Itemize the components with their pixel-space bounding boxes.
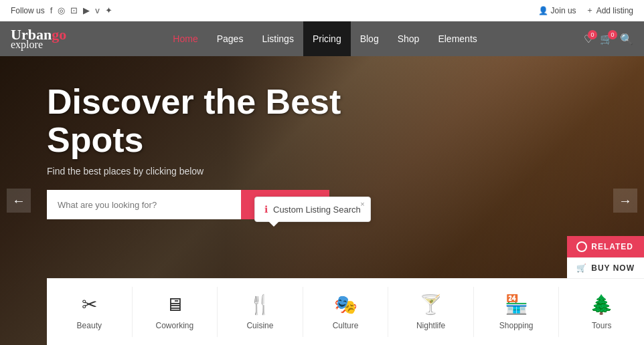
category-tours[interactable]: 🌲 Tours — [559, 287, 644, 337]
logo: Urbango explore — [11, 27, 66, 50]
nav-pricing[interactable]: Pricing — [303, 21, 351, 56]
follow-label: Follow us — [11, 6, 45, 15]
category-shopping[interactable]: 🏪 Shopping — [474, 287, 560, 337]
nav-links: Home Pages Listings Pricing Blog Shop El… — [163, 21, 486, 56]
nav-icons: ♡ 0 🛒 0 🔍 — [584, 33, 633, 45]
top-bar: Follow us f ◎ ⊡ ▶ v ✦ 👤 Join us ＋ Add li… — [0, 0, 644, 21]
cart-icon: 🛒 — [576, 263, 587, 273]
nav-listings[interactable]: Listings — [252, 21, 303, 56]
buy-now-button[interactable]: 🛒 BUY NOW — [567, 257, 644, 278]
camera-icon[interactable]: ⊡ — [70, 5, 78, 15]
hero-title: Discover the Best Spots — [47, 83, 341, 159]
nav-home[interactable]: Home — [163, 21, 207, 56]
related-circle-icon — [576, 241, 587, 252]
hero-subtitle: Find the best places by clicking below — [47, 166, 341, 177]
join-us-link[interactable]: 👤 Join us — [538, 6, 576, 15]
nav-blog[interactable]: Blog — [351, 21, 388, 56]
beauty-icon: ✂ — [82, 294, 97, 316]
top-bar-right: 👤 Join us ＋ Add listing — [538, 5, 633, 16]
cart-badge: 0 — [608, 30, 617, 39]
cuisine-icon: 🍴 — [248, 294, 272, 316]
coworking-label: Coworking — [156, 321, 194, 330]
category-culture[interactable]: 🎭 Culture — [303, 287, 389, 337]
culture-label: Culture — [333, 321, 359, 330]
nav-pages[interactable]: Pages — [208, 21, 253, 56]
related-button[interactable]: RELATED — [567, 236, 644, 257]
related-sidebar: RELATED 🛒 BUY NOW — [567, 236, 644, 278]
logo-explore: explore — [11, 39, 66, 50]
cuisine-label: Cuisine — [246, 321, 273, 330]
add-listing-link[interactable]: ＋ Add listing — [586, 5, 633, 16]
search-input[interactable] — [47, 190, 241, 219]
pinterest-icon[interactable]: ✦ — [105, 5, 112, 15]
hero-section: Discover the Best Spots Find the best pl… — [0, 56, 644, 345]
nightlife-icon: 🍸 — [419, 294, 442, 316]
nav-shop[interactable]: Shop — [388, 21, 429, 56]
instagram-icon[interactable]: ◎ — [58, 5, 65, 15]
shopping-icon: 🏪 — [505, 294, 528, 316]
beauty-label: Beauty — [77, 321, 102, 330]
nav-elements[interactable]: Elements — [428, 21, 486, 56]
heart-button[interactable]: ♡ 0 — [584, 33, 593, 45]
category-nightlife[interactable]: 🍸 Nightlife — [388, 287, 474, 337]
category-cuisine[interactable]: 🍴 Cuisine — [218, 287, 303, 337]
category-coworking[interactable]: 🖥 Coworking — [133, 287, 218, 337]
culture-icon: 🎭 — [334, 294, 357, 316]
search-button[interactable]: 🔍 — [620, 33, 633, 45]
cart-button[interactable]: 🛒 0 — [600, 33, 613, 45]
tours-icon: 🌲 — [590, 294, 613, 316]
next-arrow[interactable]: → — [613, 189, 637, 213]
tooltip-close[interactable]: × — [360, 200, 364, 208]
tooltip-box: ℹ Custom Listing Search × — [254, 197, 371, 222]
social-icons: f ◎ ⊡ ▶ v ✦ — [50, 5, 112, 15]
coworking-icon: 🖥 — [165, 294, 184, 316]
top-bar-left: Follow us f ◎ ⊡ ▶ v ✦ — [11, 5, 112, 15]
vimeo-icon[interactable]: v — [95, 5, 100, 15]
facebook-icon[interactable]: f — [50, 5, 53, 15]
main-nav: Urbango explore Home Pages Listings Pric… — [0, 21, 644, 56]
youtube-icon[interactable]: ▶ — [83, 5, 90, 15]
tooltip-info-icon: ℹ — [264, 204, 268, 215]
heart-badge: 0 — [588, 30, 597, 39]
plus-icon: ＋ — [586, 5, 594, 16]
category-beauty[interactable]: ✂ Beauty — [47, 287, 133, 337]
user-icon: 👤 — [538, 6, 548, 15]
tours-label: Tours — [592, 321, 611, 330]
nightlife-label: Nightlife — [416, 321, 445, 330]
prev-arrow[interactable]: ← — [7, 189, 31, 213]
tooltip-text: Custom Listing Search — [273, 205, 361, 215]
shopping-label: Shopping — [499, 321, 534, 330]
category-bar: ✂ Beauty 🖥 Coworking 🍴 Cuisine 🎭 Culture… — [47, 278, 644, 345]
